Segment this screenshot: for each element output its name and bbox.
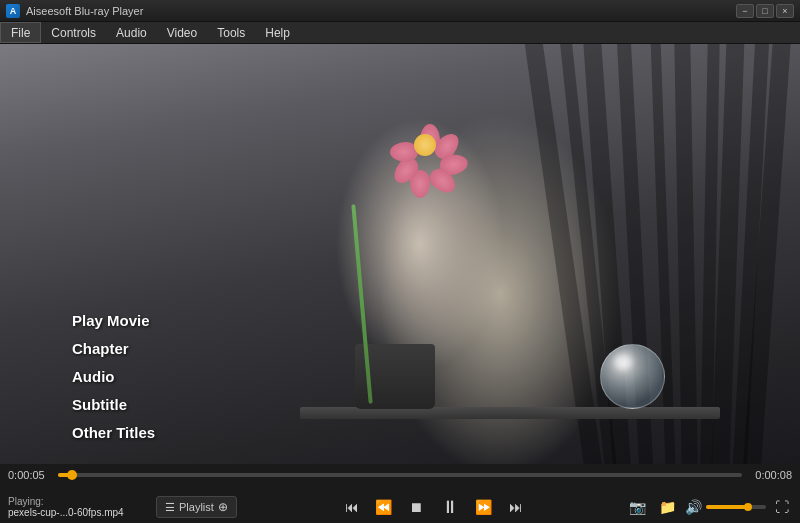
volume-icon[interactable]: 🔊 [685, 499, 702, 515]
fullscreen-button[interactable]: ⛶ [772, 496, 792, 518]
playlist-label: Playlist [179, 501, 214, 513]
app-title: Aiseesoft Blu-ray Player [26, 5, 143, 17]
window-controls: − □ × [736, 4, 794, 18]
volume-fill [706, 505, 748, 509]
time-current: 0:00:05 [8, 469, 50, 481]
title-bar-left: A Aiseesoft Blu-ray Player [6, 4, 143, 18]
maximize-button[interactable]: □ [756, 4, 774, 18]
crystal-ball [600, 344, 665, 409]
menu-bar: File Controls Audio Video Tools Help [0, 22, 800, 44]
menu-file[interactable]: File [0, 22, 41, 43]
menu-tools[interactable]: Tools [207, 22, 255, 43]
forward-button[interactable]: ⏩ [470, 493, 498, 521]
overlay-other-titles[interactable]: Other Titles [72, 421, 155, 445]
progress-thumb [67, 470, 77, 480]
pause-button[interactable]: ⏸ [434, 491, 466, 523]
menu-controls[interactable]: Controls [41, 22, 106, 43]
overlay-play-movie[interactable]: Play Movie [72, 309, 155, 333]
volume-track[interactable] [706, 505, 766, 509]
stop-button[interactable]: ⏹ [402, 493, 430, 521]
transport-controls: ⏮ ⏪ ⏹ ⏸ ⏩ ⏭ [243, 491, 625, 523]
minimize-button[interactable]: − [736, 4, 754, 18]
skip-forward-button[interactable]: ⏭ [502, 493, 530, 521]
playlist-add-icon: ⊕ [218, 500, 228, 514]
playlist-icon: ☰ [165, 501, 175, 514]
controls-bar: 0:00:05 0:00:08 Playing: pexels-cup-...0… [0, 464, 800, 523]
rewind-button[interactable]: ⏪ [370, 493, 398, 521]
time-total: 0:00:08 [750, 469, 792, 481]
playlist-button[interactable]: ☰ Playlist ⊕ [156, 496, 237, 518]
close-button[interactable]: × [776, 4, 794, 18]
playing-label: Playing: [8, 496, 148, 507]
menu-audio[interactable]: Audio [106, 22, 157, 43]
progress-area: 0:00:05 0:00:08 [0, 464, 800, 486]
playing-filename: pexels-cup-...0-60fps.mp4 [8, 507, 138, 518]
screenshot-button[interactable]: 📷 [625, 495, 649, 519]
title-bar: A Aiseesoft Blu-ray Player − □ × [0, 0, 800, 22]
overlay-audio[interactable]: Audio [72, 365, 155, 389]
flower-head [400, 124, 460, 179]
overlay-menu: Play Movie Chapter Audio Subtitle Other … [72, 309, 155, 445]
right-controls: 📷 📁 🔊 ⛶ [625, 495, 792, 519]
overlay-subtitle[interactable]: Subtitle [72, 393, 155, 417]
open-folder-button[interactable]: 📁 [655, 495, 679, 519]
menu-help[interactable]: Help [255, 22, 300, 43]
volume-area: 🔊 [685, 499, 766, 515]
overlay-chapter[interactable]: Chapter [72, 337, 155, 361]
volume-thumb [744, 503, 752, 511]
now-playing: Playing: pexels-cup-...0-60fps.mp4 [8, 496, 148, 518]
app-icon: A [6, 4, 20, 18]
progress-track[interactable] [58, 473, 742, 477]
menu-video[interactable]: Video [157, 22, 207, 43]
bottom-row: Playing: pexels-cup-...0-60fps.mp4 ☰ Pla… [0, 486, 800, 523]
video-area: Play Movie Chapter Audio Subtitle Other … [0, 44, 800, 464]
skip-back-button[interactable]: ⏮ [338, 493, 366, 521]
